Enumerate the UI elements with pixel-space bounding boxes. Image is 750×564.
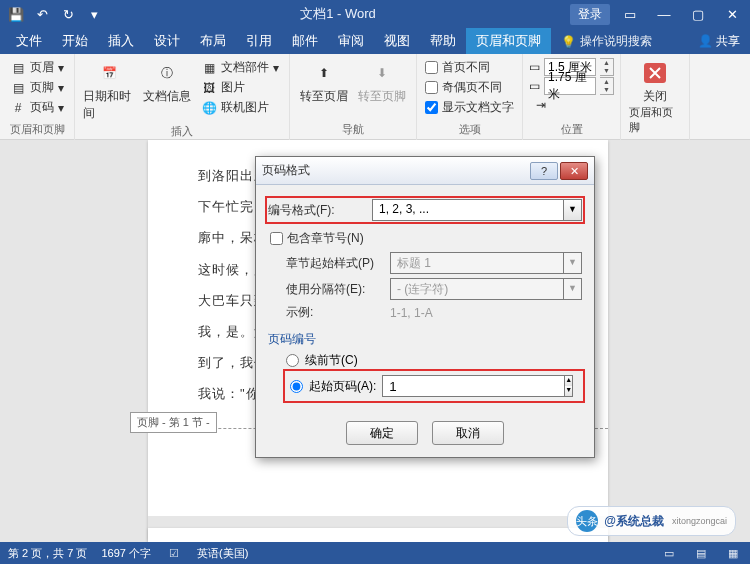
start-at-row: 起始页码(A): ▲▼ xyxy=(286,372,582,400)
word-count[interactable]: 1697 个字 xyxy=(101,546,151,561)
document-title: 文档1 - Word xyxy=(106,5,570,23)
include-chapter-checkbox[interactable]: 包含章节号(N) xyxy=(268,229,582,248)
page-number-format-dialog: 页码格式 ? ✕ 编号格式(F): 1, 2, 3, ... ▼ 包含章节号(N… xyxy=(255,156,595,458)
group-insert: 📅日期和时间 ⓘ文档信息 ▦文档部件 ▾ 🖼图片 🌐联机图片 插入 xyxy=(75,54,290,140)
language-indicator[interactable]: 英语(美国) xyxy=(197,546,248,561)
minimize-icon[interactable]: — xyxy=(650,7,678,22)
footer-section-tag: 页脚 - 第 1 节 - xyxy=(130,412,217,433)
hash-icon: # xyxy=(10,100,26,116)
dialog-help-icon[interactable]: ? xyxy=(530,162,558,180)
info-icon: ⓘ xyxy=(152,60,182,86)
header-button[interactable]: ▤页眉 ▾ xyxy=(6,58,68,77)
close-x-icon xyxy=(640,60,670,86)
print-layout-icon[interactable]: ▤ xyxy=(692,547,710,560)
maximize-icon[interactable]: ▢ xyxy=(684,7,712,22)
tab-references[interactable]: 引用 xyxy=(236,28,282,54)
read-mode-icon[interactable]: ▭ xyxy=(660,547,678,560)
ribbon-tabs: 文件 开始 插入 设计 布局 引用 邮件 审阅 视图 帮助 页眉和页脚 💡操作说… xyxy=(0,28,750,54)
tab-review[interactable]: 审阅 xyxy=(328,28,374,54)
spellcheck-icon[interactable]: ☑ xyxy=(165,547,183,560)
dialog-titlebar[interactable]: 页码格式 ? ✕ xyxy=(256,157,594,185)
tab-header-footer[interactable]: 页眉和页脚 xyxy=(466,28,551,54)
show-text-checkbox[interactable]: 显示文档文字 xyxy=(423,98,516,117)
ribbon-options-icon[interactable]: ▭ xyxy=(616,7,644,22)
title-bar: 💾 ↶ ↻ ▾ 文档1 - Word 登录 ▭ — ▢ ✕ xyxy=(0,0,750,28)
group-options: 首页不同 奇偶页不同 显示文档文字 选项 xyxy=(417,54,523,140)
footer-button[interactable]: ▤页脚 ▾ xyxy=(6,78,68,97)
login-button[interactable]: 登录 xyxy=(570,4,610,25)
dialog-close-icon[interactable]: ✕ xyxy=(560,162,588,180)
share-icon: 👤 xyxy=(698,34,713,48)
diff-odd-even-checkbox[interactable]: 奇偶页不同 xyxy=(423,78,516,97)
number-format-row: 编号格式(F): 1, 2, 3, ... ▼ xyxy=(268,199,582,221)
start-at-radio[interactable] xyxy=(290,380,303,393)
parts-icon: ▦ xyxy=(201,60,217,76)
web-layout-icon[interactable]: ▦ xyxy=(724,547,742,560)
up-page-icon: ⬆ xyxy=(309,60,339,86)
page-numbering-section: 页码编号 xyxy=(268,331,582,348)
down-page-icon: ⬇ xyxy=(367,60,397,86)
watermark-badge-icon: 头条 xyxy=(576,510,598,532)
start-at-label: 起始页码(A): xyxy=(309,378,376,395)
cancel-button[interactable]: 取消 xyxy=(432,421,504,445)
tab-home[interactable]: 开始 xyxy=(52,28,98,54)
globe-icon: 🌐 xyxy=(201,100,217,116)
separator-row: 使用分隔符(E): - (连字符)▼ xyxy=(286,278,582,300)
tab-icon: ⇥ xyxy=(533,97,549,113)
page-gap xyxy=(148,516,608,528)
tell-me[interactable]: 💡操作说明搜索 xyxy=(551,29,662,54)
footer-from-bottom[interactable]: ▭1.75 厘米▲▼ xyxy=(529,77,614,95)
group-label: 导航 xyxy=(296,120,410,140)
picture-icon: 🖼 xyxy=(201,80,217,96)
continue-radio[interactable]: 续前节(C) xyxy=(286,352,582,369)
number-format-label: 编号格式(F): xyxy=(268,202,366,219)
qat-more-icon[interactable]: ▾ xyxy=(82,2,106,26)
chapter-style-row: 章节起始样式(P) 标题 1▼ xyxy=(286,252,582,274)
ruler-icon: ▭ xyxy=(529,79,540,93)
calendar-icon: 📅 xyxy=(94,60,124,86)
tab-file[interactable]: 文件 xyxy=(6,28,52,54)
group-label: 位置 xyxy=(529,120,614,140)
group-position: ▭1.5 厘米▲▼ ▭1.75 厘米▲▼ ⇥ 位置 xyxy=(523,54,621,140)
chevron-down-icon[interactable]: ▼ xyxy=(564,199,582,221)
tab-mailings[interactable]: 邮件 xyxy=(282,28,328,54)
date-time-button[interactable]: 📅日期和时间 xyxy=(81,58,137,122)
page-indicator[interactable]: 第 2 页，共 7 页 xyxy=(8,546,87,561)
group-label: 插入 xyxy=(81,122,283,142)
watermark: 头条 @系统总裁 xitongzongcai xyxy=(567,506,736,536)
save-icon[interactable]: 💾 xyxy=(4,2,28,26)
redo-icon[interactable]: ↻ xyxy=(56,2,80,26)
doc-info-button[interactable]: ⓘ文档信息 xyxy=(139,58,195,105)
align-tab-button[interactable]: ⇥ xyxy=(529,96,614,114)
chapter-style-combo: 标题 1▼ xyxy=(390,252,582,274)
share-button[interactable]: 👤 共享 xyxy=(688,29,750,54)
separator-combo: - (连字符)▼ xyxy=(390,278,582,300)
ok-button[interactable]: 确定 xyxy=(346,421,418,445)
tab-help[interactable]: 帮助 xyxy=(420,28,466,54)
quick-access-toolbar: 💾 ↶ ↻ ▾ xyxy=(4,2,106,26)
group-navigation: ⬆转至页眉 ⬇转至页脚 导航 xyxy=(290,54,417,140)
picture-button[interactable]: 🖼图片 xyxy=(197,78,283,97)
goto-header-button[interactable]: ⬆转至页眉 xyxy=(296,58,352,105)
bulb-icon: 💡 xyxy=(561,35,576,49)
tab-view[interactable]: 视图 xyxy=(374,28,420,54)
start-at-spinner[interactable]: ▲▼ xyxy=(382,375,492,397)
goto-footer-button: ⬇转至页脚 xyxy=(354,58,410,105)
start-at-input[interactable] xyxy=(382,375,565,397)
example-row: 示例: 1-1, 1-A xyxy=(286,304,582,321)
ruler-icon: ▭ xyxy=(529,60,540,74)
close-window-icon[interactable]: ✕ xyxy=(718,7,746,22)
doc-parts-button[interactable]: ▦文档部件 ▾ xyxy=(197,58,283,77)
online-picture-button[interactable]: 🌐联机图片 xyxy=(197,98,283,117)
tab-layout[interactable]: 布局 xyxy=(190,28,236,54)
undo-icon[interactable]: ↶ xyxy=(30,2,54,26)
tab-insert[interactable]: 插入 xyxy=(98,28,144,54)
diff-first-checkbox[interactable]: 首页不同 xyxy=(423,58,516,77)
close-header-footer-button[interactable]: 关闭 页眉和页脚 xyxy=(627,58,683,135)
group-label: 页眉和页脚 xyxy=(6,120,68,140)
next-page[interactable] xyxy=(148,528,608,542)
page-number-button[interactable]: #页码 ▾ xyxy=(6,98,68,117)
tab-design[interactable]: 设计 xyxy=(144,28,190,54)
group-label: 选项 xyxy=(423,120,516,140)
number-format-combo[interactable]: 1, 2, 3, ... ▼ xyxy=(372,199,582,221)
